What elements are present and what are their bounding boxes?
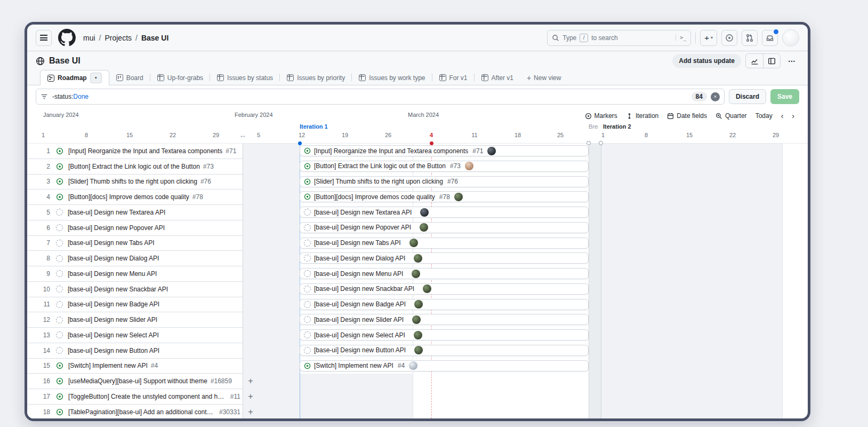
draft-issue-icon: [56, 286, 63, 292]
list-item[interactable]: 14 [base-ui] Design new Button API: [27, 343, 243, 359]
add-date-button[interactable]: +: [245, 391, 256, 402]
discard-button[interactable]: Discard: [729, 89, 766, 104]
list-item[interactable]: 9 [base-ui] Design new Menu API: [27, 266, 243, 282]
breadcrumb-current[interactable]: Base UI: [141, 34, 168, 42]
save-button[interactable]: Save: [770, 89, 799, 104]
view-tab[interactable]: Issues by work type: [352, 70, 432, 85]
view-tab[interactable]: Issues by status: [210, 70, 280, 85]
timeline-bar[interactable]: [Button][docs] Improve demos code qualit…: [300, 191, 589, 202]
assignee-avatar[interactable]: [412, 315, 421, 324]
github-logo[interactable]: [58, 29, 76, 46]
assignee-avatar[interactable]: [409, 361, 417, 370]
hamburger-icon: [40, 35, 47, 41]
add-status-update-button[interactable]: Add status update: [672, 54, 741, 68]
timeline-bar[interactable]: [base-ui] Design new Tabs API: [300, 238, 589, 249]
panel-resize-handle[interactable]: ↔: [239, 131, 246, 139]
view-tab[interactable]: Roadmap ▾: [40, 70, 109, 85]
new-view-button[interactable]: + New view: [520, 70, 568, 85]
list-item[interactable]: 17 [ToggleButton] Create the unstyled co…: [27, 389, 243, 405]
assignee-avatar[interactable]: [414, 300, 423, 309]
assignee-avatar[interactable]: [420, 208, 429, 217]
view-tabs: Roadmap ▾ Board Up-for-grabs I: [40, 70, 520, 85]
iteration-zoom-button[interactable]: Iteration: [622, 109, 662, 123]
assignee-avatar[interactable]: [414, 331, 422, 339]
view-tab[interactable]: Issues by priority: [280, 70, 352, 85]
breadcrumb-projects[interactable]: Projects: [105, 34, 132, 42]
project-menu-button[interactable]: ⋯: [785, 54, 799, 68]
list-item[interactable]: 2 [Button] Extract the Link logic out of…: [27, 159, 243, 175]
timeline-bar[interactable]: [Input] Reorganize the Input and Textare…: [300, 145, 589, 156]
view-tab[interactable]: For v1: [432, 70, 475, 85]
list-item[interactable]: 10 [base-ui] Design new Snackbar API: [27, 282, 243, 297]
hamburger-menu-button[interactable]: [36, 30, 52, 46]
day-tick: 22: [729, 132, 736, 138]
row-number: 13: [36, 331, 50, 339]
assignee-avatar[interactable]: [423, 284, 431, 293]
insights-button[interactable]: [746, 54, 763, 68]
timeline-bar[interactable]: [base-ui] Design new Menu API: [300, 268, 589, 279]
view-tab[interactable]: After v1: [475, 70, 520, 85]
list-item[interactable]: 6 [base-ui] Design new Popover API: [27, 220, 243, 236]
today-button[interactable]: Today: [752, 109, 776, 123]
assignee-avatar[interactable]: [409, 239, 418, 247]
timeline-bar[interactable]: [base-ui] Design new Button API: [300, 345, 589, 356]
search-input[interactable]: Type / to search >_: [547, 30, 691, 46]
list-item[interactable]: 1 [Input] Reorganize the Input and Texta…: [27, 144, 243, 159]
timeline-bar[interactable]: [base-ui] Design new Slider API: [300, 314, 589, 325]
list-item[interactable]: 8 [base-ui] Design new Dialog API: [27, 251, 243, 266]
day-tick: 18: [515, 132, 521, 138]
timeline-bar[interactable]: [base-ui] Design new Select API: [300, 329, 589, 341]
issues-button[interactable]: [721, 30, 737, 46]
desktop-background: mui / Projects / Base UI Type / to searc…: [0, 0, 868, 427]
tab-options-button[interactable]: ▾: [90, 73, 102, 83]
add-date-button[interactable]: +: [245, 407, 256, 417]
assignee-avatar[interactable]: [465, 162, 473, 170]
timeline-bar[interactable]: [Switch] Implement new API #4: [300, 360, 589, 371]
day-tick: 29: [773, 132, 779, 138]
row-number: 7: [36, 239, 50, 247]
pull-requests-button[interactable]: [742, 30, 758, 46]
assignee-avatar[interactable]: [454, 193, 463, 201]
breadcrumb-org[interactable]: mui: [83, 34, 95, 42]
user-avatar[interactable]: [782, 29, 799, 46]
list-item[interactable]: 7 [base-ui] Design new Tabs API: [27, 236, 243, 251]
timeline-bar[interactable]: [base-ui] Design new Popover API: [300, 222, 589, 233]
assignee-avatar[interactable]: [487, 147, 496, 155]
list-item[interactable]: 13 [base-ui] Design new Select API: [27, 328, 243, 343]
timeline-bar[interactable]: [base-ui] Design new Badge API: [300, 299, 589, 310]
assignee-avatar[interactable]: [414, 346, 423, 354]
create-new-button[interactable]: + ▾: [700, 30, 717, 46]
list-item[interactable]: 18 [TablePagination][base-ui] Add an add…: [27, 405, 243, 418]
assignee-avatar[interactable]: [420, 223, 428, 232]
bar-title: [base-ui] Design new Tabs API: [314, 239, 401, 247]
list-item[interactable]: 12 [base-ui] Design new Slider API: [27, 312, 243, 328]
markers-button[interactable]: Markers: [581, 109, 621, 123]
assignee-avatar[interactable]: [412, 270, 420, 278]
timeline-bar[interactable]: [Button] Extract the Link logic out of t…: [300, 161, 589, 172]
list-item[interactable]: 4 [Button][docs] Improve demos code qual…: [27, 189, 243, 205]
timeline-bar[interactable]: [base-ui] Design new Textarea API: [300, 207, 589, 218]
date-fields-button[interactable]: Date fields: [663, 109, 711, 123]
timeline-bar[interactable]: [base-ui] Design new Snackbar API: [300, 283, 589, 295]
view-tab[interactable]: Board: [109, 70, 150, 85]
list-item[interactable]: 3 [Slider] Thumb shifts to the right upo…: [27, 175, 243, 190]
issue-open-icon: [56, 377, 63, 385]
assignee-avatar[interactable]: [414, 254, 422, 263]
list-item[interactable]: 5 [base-ui] Design new Textarea API: [27, 205, 243, 220]
inbox-button[interactable]: [762, 30, 778, 46]
bar-title: [base-ui] Design new Badge API: [314, 301, 406, 308]
list-item[interactable]: 16 [useMediaQuery][base-ui] Support with…: [27, 374, 243, 389]
quarter-zoom-button[interactable]: Quarter: [712, 109, 751, 123]
add-date-button[interactable]: +: [245, 376, 256, 386]
scroll-right-button[interactable]: ›: [788, 112, 798, 120]
scroll-left-button[interactable]: ‹: [777, 112, 787, 120]
timeline-bar[interactable]: [Slider] Thumb shifts to the right upon …: [300, 176, 589, 187]
clear-filter-button[interactable]: ×: [711, 92, 720, 101]
command-palette-icon[interactable]: >_: [676, 35, 686, 41]
view-tab[interactable]: Up-for-grabs: [150, 70, 210, 85]
side-panel-button[interactable]: [763, 54, 780, 68]
list-item[interactable]: 11 [base-ui] Design new Badge API: [27, 297, 243, 313]
list-item[interactable]: 15 [Switch] Implement new API #4: [27, 359, 243, 374]
timeline-bar[interactable]: [base-ui] Design new Dialog API: [300, 252, 589, 264]
filter-query-input[interactable]: -status:Done 84 ×: [36, 89, 725, 105]
